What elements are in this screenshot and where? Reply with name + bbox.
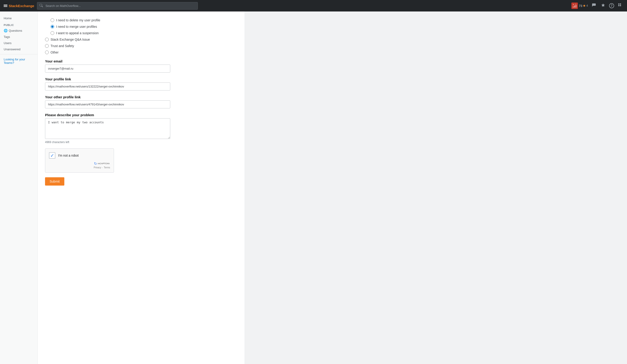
search-input[interactable] [37, 2, 198, 10]
radio-label-delete[interactable]: I need to delete my user profile [51, 17, 237, 23]
radio-merge[interactable] [51, 25, 54, 29]
sidebar-section-public: PUBLIC [0, 21, 38, 27]
captcha-terms-link[interactable]: Terms [104, 166, 110, 169]
problem-group: Please describe your problem I want to m… [45, 113, 237, 144]
captcha-privacy-link[interactable]: Privacy [94, 166, 101, 169]
other-profile-link-field[interactable] [45, 100, 170, 108]
profile-link-field[interactable] [45, 83, 170, 91]
captcha-links: Privacy - Terms [94, 166, 110, 169]
main-content: I need to delete my user profile I need … [38, 11, 245, 364]
sidebar-teams-link[interactable]: Looking for your Teams? [0, 56, 38, 66]
topbar-right: 73 4 ? [572, 2, 623, 10]
email-group: Your email [45, 59, 237, 73]
radio-appeal[interactable] [51, 31, 54, 35]
inbox-icon[interactable] [591, 2, 597, 10]
logo-text: StackExchange [9, 4, 34, 8]
sidebar-divider [0, 54, 38, 54]
sidebar-item-home[interactable]: Home [0, 15, 38, 21]
radio-delete[interactable] [51, 18, 54, 22]
radio-qa[interactable] [45, 38, 49, 41]
radio-group-options: I need to delete my user profile I need … [45, 17, 237, 56]
site-logo[interactable]: StackExchange [4, 4, 34, 8]
captcha-inner: ✓ I'm not a robot [49, 152, 110, 159]
sidebar-item-unanswered[interactable]: Unanswered [0, 46, 38, 52]
profile-link-group: Your profile link [45, 77, 237, 91]
search-icon [39, 4, 43, 8]
reputation-score: 73 [579, 4, 582, 7]
radio-other[interactable] [45, 50, 49, 54]
sidebar-item-tags[interactable]: Tags [0, 34, 38, 40]
radio-label-merge[interactable]: I need to merge user profiles [51, 23, 237, 30]
recaptcha-text: reCAPTCHA [98, 163, 110, 165]
captcha-box: ✓ I'm not a robot ↻ reCAPTCHA Privacy - … [45, 148, 114, 173]
other-profile-link-label: Your other profile link [45, 95, 237, 99]
sidebar-item-questions[interactable]: 🌐 Questions [0, 27, 38, 34]
radio-option-delete: I need to delete my user profile [45, 17, 237, 23]
radio-option-appeal: I want to appeal a suspension [45, 30, 237, 36]
chars-left: 4969 characters left [45, 140, 237, 144]
profile-link-label: Your profile link [45, 77, 237, 81]
radio-option-qa[interactable]: Stack Exchange Q&A Issue [45, 36, 237, 43]
svg-rect-6 [618, 3, 620, 4]
help-icon[interactable]: ? [609, 3, 614, 8]
other-profile-link-group: Your other profile link [45, 95, 237, 108]
achievements-icon[interactable] [600, 2, 606, 10]
sidebar: Home PUBLIC 🌐 Questions Tags Users Unans… [0, 11, 38, 364]
email-label: Your email [45, 59, 237, 63]
site-switcher-icon[interactable] [617, 2, 623, 10]
topbar: StackExchange 73 4 [0, 0, 627, 11]
svg-rect-3 [573, 6, 574, 7]
bronze-badge-dot [583, 5, 585, 7]
radio-option-merge: I need to merge user profiles [45, 23, 237, 30]
svg-rect-9 [620, 5, 621, 6]
submit-button[interactable]: Submit [45, 177, 64, 185]
problem-textarea[interactable]: I want to merge my two accounts [45, 118, 170, 139]
svg-rect-5 [575, 5, 576, 7]
badge-count: 4 [586, 4, 588, 7]
radio-label-appeal[interactable]: I want to appeal a suspension [51, 30, 237, 36]
captcha-checkbox[interactable]: ✓ [49, 152, 55, 159]
page-wrapper: Home PUBLIC 🌐 Questions Tags Users Unans… [0, 11, 627, 364]
hamburger-icon[interactable] [4, 4, 7, 7]
captcha-footer: ↻ reCAPTCHA Privacy - Terms [49, 161, 110, 169]
sidebar-item-users[interactable]: Users [0, 40, 38, 46]
radio-option-trust[interactable]: Trust and Safety [45, 43, 237, 49]
user-badge[interactable]: 73 4 [572, 2, 588, 9]
search-bar [37, 2, 198, 10]
avatar [572, 2, 578, 9]
svg-point-1 [573, 4, 574, 5]
svg-rect-8 [618, 5, 620, 6]
email-field[interactable] [45, 65, 170, 73]
recaptcha-icon: ↻ [94, 161, 97, 166]
globe-icon: 🌐 [4, 29, 7, 32]
svg-point-2 [575, 4, 576, 4]
problem-label: Please describe your problem [45, 113, 237, 117]
radio-trust[interactable] [45, 44, 49, 48]
svg-rect-4 [574, 5, 575, 7]
radio-option-other[interactable]: Other [45, 49, 237, 56]
checkmark-icon: ✓ [50, 153, 54, 158]
svg-rect-7 [620, 3, 621, 4]
captcha-label: I'm not a robot [58, 154, 79, 157]
